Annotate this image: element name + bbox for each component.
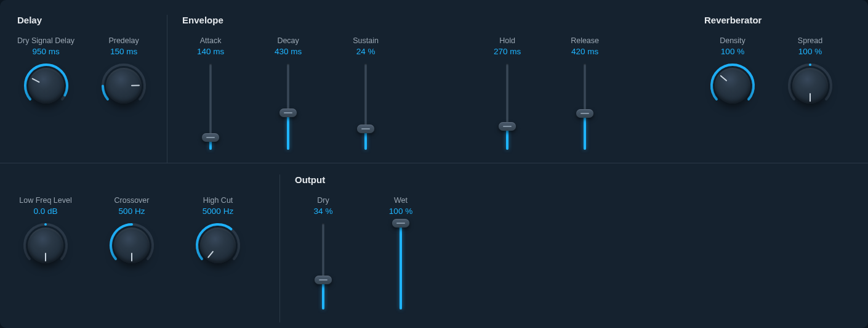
- value-decay: 430 ms: [275, 47, 302, 56]
- label-attack: Attack: [200, 36, 222, 45]
- control-density: Density 100 %: [704, 36, 761, 109]
- plugin-panel: Delay Dry Signal Delay 950 ms Predelay 1…: [0, 0, 868, 328]
- control-low-freq-level: Low Freq Level 0.0 dB: [17, 196, 74, 269]
- section-title-reverberator: Reverberator: [704, 15, 838, 25]
- control-decay: Decay 430 ms: [260, 36, 316, 150]
- knob-crossover[interactable]: [108, 222, 155, 269]
- control-release: Release 420 ms: [557, 36, 613, 150]
- top-row: Delay Dry Signal Delay 950 ms Predelay 1…: [17, 15, 851, 163]
- label-dry: Dry: [317, 196, 329, 205]
- control-hold: Hold 270 ms: [479, 36, 536, 150]
- divider-vertical: [279, 174, 280, 322]
- control-attack: Attack 140 ms: [182, 36, 239, 150]
- section-title-envelope: Envelope: [182, 15, 613, 25]
- section-output: Output Dry 34 % Wet 100 %: [295, 174, 441, 322]
- value-low-freq-level: 0.0 dB: [33, 207, 57, 216]
- value-high-cut: 5000 Hz: [203, 207, 233, 216]
- value-spread: 100 %: [798, 47, 822, 56]
- slider-wet[interactable]: [392, 223, 410, 310]
- control-wet: Wet 100 %: [372, 196, 429, 310]
- label-wet: Wet: [394, 196, 408, 205]
- bottom-row: . Low Freq Level 0.0 dB Crossover 500 Hz…: [17, 163, 851, 322]
- section-title-output: Output: [295, 174, 429, 185]
- slider-hold[interactable]: [498, 64, 516, 150]
- section-title-delay: Delay: [17, 15, 152, 25]
- slider-release[interactable]: [576, 64, 594, 150]
- label-density: Density: [720, 36, 745, 45]
- label-dry-signal-delay: Dry Signal Delay: [17, 36, 74, 45]
- slider-dry[interactable]: [314, 223, 332, 310]
- value-attack: 140 ms: [197, 47, 224, 56]
- value-sustain: 24 %: [356, 47, 376, 56]
- value-crossover: 500 Hz: [119, 207, 145, 216]
- label-low-freq-level: Low Freq Level: [19, 196, 71, 205]
- label-crossover: Crossover: [115, 196, 150, 205]
- control-sustain: Sustain 24 %: [337, 36, 394, 150]
- control-predelay: Predelay 150 ms: [95, 36, 152, 109]
- knob-density[interactable]: [709, 62, 756, 109]
- knob-high-cut[interactable]: [195, 222, 241, 269]
- section-delay: Delay Dry Signal Delay 950 ms Predelay 1…: [17, 15, 164, 163]
- label-release: Release: [571, 36, 599, 45]
- knob-spread[interactable]: [787, 62, 834, 109]
- value-wet: 100 %: [389, 207, 412, 216]
- value-release: 420 ms: [571, 47, 598, 56]
- section-reverberator: Reverberator Density 100 % Spread 100 %: [704, 15, 851, 163]
- control-high-cut: High Cut 5000 Hz: [190, 196, 246, 269]
- control-dry: Dry 34 %: [295, 196, 352, 310]
- label-hold: Hold: [499, 36, 515, 45]
- label-predelay: Predelay: [108, 36, 139, 45]
- section-envelope: Envelope Attack 140 ms Decay 430 ms Sust…: [182, 15, 625, 163]
- control-spread: Spread 100 %: [782, 36, 838, 109]
- value-dry-signal-delay: 950 ms: [32, 47, 59, 56]
- value-hold: 270 ms: [494, 47, 521, 56]
- section-eq: . Low Freq Level 0.0 dB Crossover 500 Hz…: [17, 174, 259, 322]
- control-crossover: Crossover 500 Hz: [103, 196, 160, 269]
- value-dry: 34 %: [314, 207, 333, 216]
- control-dry-signal-delay: Dry Signal Delay 950 ms: [17, 36, 74, 109]
- value-density: 100 %: [721, 47, 744, 56]
- slider-attack[interactable]: [201, 64, 220, 150]
- label-sustain: Sustain: [353, 36, 379, 45]
- slider-sustain[interactable]: [356, 64, 375, 150]
- slider-decay[interactable]: [279, 64, 297, 150]
- value-predelay: 150 ms: [110, 47, 137, 56]
- knob-dry-signal-delay[interactable]: [23, 62, 70, 109]
- divider-vertical: [167, 15, 167, 163]
- knob-low-freq-level[interactable]: [22, 222, 69, 269]
- label-high-cut: High Cut: [203, 196, 233, 205]
- label-decay: Decay: [277, 36, 299, 45]
- label-spread: Spread: [798, 36, 822, 45]
- knob-predelay[interactable]: [100, 62, 147, 109]
